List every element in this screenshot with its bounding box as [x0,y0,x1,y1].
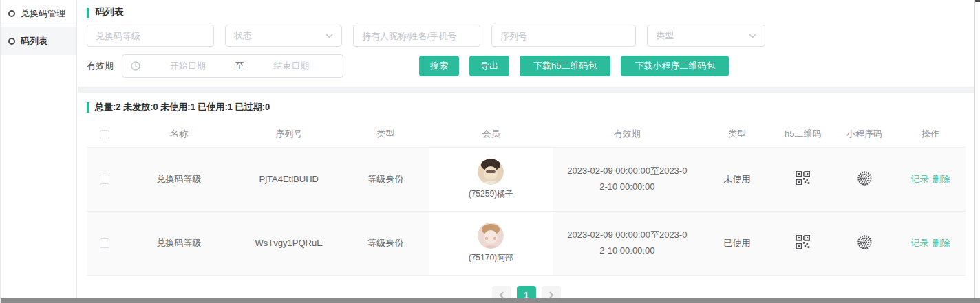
horizontal-scrollbar[interactable] [1,298,980,303]
cell-name: 兑换码等级 [122,147,236,211]
holder-search-input[interactable] [353,25,480,47]
button-group: 搜索 导出 下载h5二维码包 下载小程序二维码包 [419,56,729,76]
start-date-placeholder: 开始日期 [145,60,231,72]
h5-qr-code-icon[interactable] [796,171,810,185]
col-header-type: 类型 [341,121,429,147]
col-header-name: 名称 [122,121,236,147]
clock-icon [131,61,140,71]
end-date-placeholder: 结束日期 [248,60,335,72]
member-avatar [478,159,504,185]
col-header-miniprogram-qr: 小程序码 [833,121,895,147]
table-header-row: 名称 序列号 类型 会员 有效期 类型 h5二维码 小程序码 操作 [87,121,966,147]
code-level-input[interactable] [87,25,214,47]
member-avatar [478,223,504,249]
type-select-placeholder: 类型 [656,30,674,42]
cell-status: 未使用 [702,147,772,211]
main-content: 码列表 状态 类型 有效期 [78,0,974,298]
member-name: (75170)阿部 [469,252,513,264]
summary-counts: 总量:2 未发放:0 未使用:1 已使用:1 已过期:0 [95,101,270,113]
select-all-checkbox[interactable] [100,130,109,139]
codes-table: 名称 序列号 类型 会员 有效期 类型 h5二维码 小程序码 操作 兑换码等级 … [87,121,966,276]
cell-validity: 2023-02-09 00:00:00至2023-02-10 00:00:00 [553,211,702,275]
record-link[interactable]: 记录 [910,173,928,186]
cell-member[interactable]: (75170)阿部 [429,211,553,275]
serial-number-input[interactable] [491,25,636,47]
cell-serial: PjTA4EtiBUHD [236,147,341,211]
export-button[interactable]: 导出 [469,56,509,76]
filter-row: 状态 类型 [87,25,974,47]
cell-type: 等级身份 [341,147,429,211]
circle-bullet-icon [8,10,15,17]
h5-qr-code-icon[interactable] [796,235,810,249]
chevron-down-icon [326,34,333,38]
cell-type: 等级身份 [341,211,429,275]
col-header-actions: 操作 [895,121,966,147]
sidebar: 兑换码管理 码列表 [1,0,77,298]
cell-member[interactable]: (75259)橘子 [429,147,553,211]
window-right-border [974,0,975,298]
circle-bullet-icon [8,38,15,45]
table-row: 兑换码等级 WsTvgy1PQRuE 等级身份 [87,211,966,275]
col-header-validity: 有效期 [553,121,702,147]
filter-section: 码列表 状态 类型 有效期 [78,0,974,78]
section-divider [78,87,974,93]
sidebar-item-code-list[interactable]: 码列表 [1,27,76,55]
validity-label: 有效期 [87,60,114,72]
col-header-serial: 序列号 [236,121,341,147]
col-header-h5-qr: h5二维码 [772,121,833,147]
cell-validity: 2023-02-09 00:00:00至2023-02-10 00:00:00 [553,147,702,211]
row-checkbox[interactable] [100,175,109,184]
sidebar-item-label: 码列表 [21,35,47,47]
status-select-placeholder: 状态 [234,30,252,42]
page-title: 码列表 [95,6,124,19]
cell-serial: WsTvgy1PQRuE [236,211,341,275]
title-accent-bar [87,8,89,18]
delete-link[interactable]: 删除 [932,237,950,249]
miniprogram-qr-code-icon[interactable] [858,235,872,249]
summary: 总量:2 未发放:0 未使用:1 已使用:1 已过期:0 [87,101,974,113]
date-separator: 至 [235,60,244,72]
filter-row: 有效期 开始日期 至 结束日期 搜索 导出 下载h5二维码包 下载小程序二维码包 [87,54,974,78]
row-checkbox[interactable] [100,238,109,248]
chevron-left-icon [499,292,506,299]
delete-link[interactable]: 删除 [932,173,950,186]
table-section: 总量:2 未发放:0 未使用:1 已使用:1 已过期:0 名称 序列号 类型 会… [78,101,974,303]
type-select[interactable]: 类型 [647,25,765,47]
record-link[interactable]: 记录 [910,237,928,249]
col-header-member: 会员 [429,121,553,147]
chevron-right-icon [546,292,553,299]
table-row: 兑换码等级 PjTA4EtiBUHD 等级身份 [87,147,966,211]
download-miniprogram-qr-package-button[interactable]: 下载小程序二维码包 [621,56,729,76]
cell-name: 兑换码等级 [122,211,236,275]
status-select[interactable]: 状态 [225,25,342,47]
title-accent-bar [87,102,89,113]
search-button[interactable]: 搜索 [419,56,459,76]
sidebar-item-label: 兑换码管理 [21,8,65,20]
sidebar-item-code-management[interactable]: 兑换码管理 [1,0,76,27]
cell-status: 已使用 [702,211,772,275]
section-title: 码列表 [87,6,974,19]
miniprogram-qr-code-icon[interactable] [858,171,872,186]
member-name: (75259)橘子 [469,188,513,200]
validity-date-range-picker[interactable]: 开始日期 至 结束日期 [122,54,343,78]
download-h5-qr-package-button[interactable]: 下载h5二维码包 [520,56,610,76]
col-header-status: 类型 [702,121,772,147]
chevron-down-icon [749,34,756,38]
